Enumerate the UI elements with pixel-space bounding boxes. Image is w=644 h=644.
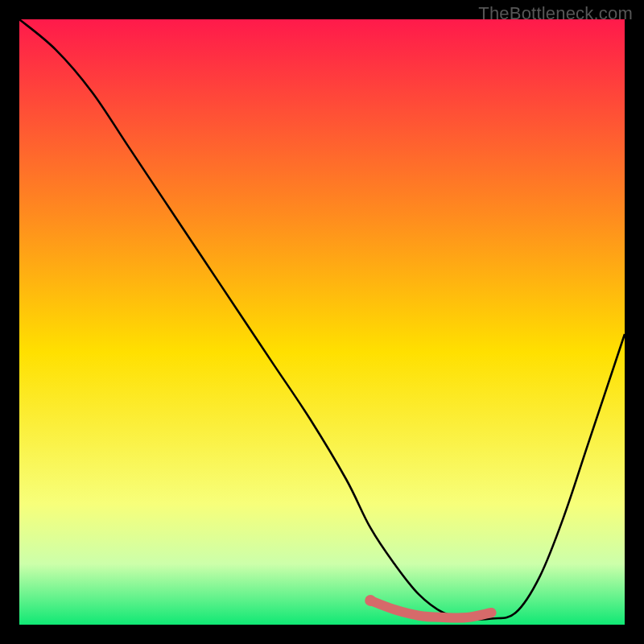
chart-frame: { "watermark": "TheBottleneck.com", "col… — [0, 0, 644, 644]
optimal-start-marker — [365, 595, 376, 606]
watermark-text: TheBottleneck.com — [478, 3, 633, 24]
bottleneck-chart — [0, 0, 644, 644]
plot-background — [19, 19, 625, 625]
